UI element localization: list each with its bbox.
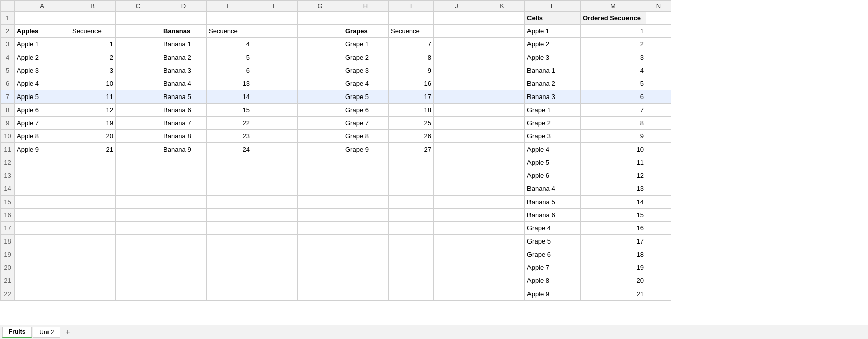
cell[interactable]: 21 (70, 143, 116, 156)
cell[interactable]: Grape 1 (525, 104, 581, 117)
cell[interactable] (646, 77, 671, 90)
cell[interactable] (298, 130, 343, 143)
cell[interactable]: Banana 1 (161, 38, 207, 51)
col-header-I[interactable]: I (389, 1, 434, 12)
cell[interactable]: Apple 8 (525, 274, 581, 287)
cell[interactable]: Grape 6 (525, 248, 581, 261)
cell[interactable] (116, 182, 161, 196)
col-header-H[interactable]: H (343, 1, 389, 12)
col-header-L[interactable]: L (525, 1, 581, 12)
cell[interactable] (298, 261, 343, 274)
cell[interactable] (298, 90, 343, 104)
cell[interactable]: Grape 1 (343, 38, 389, 51)
cell[interactable]: Banana 6 (161, 104, 207, 117)
cell[interactable]: Apple 6 (525, 169, 581, 182)
cell[interactable]: Grape 5 (343, 90, 389, 104)
cell[interactable] (434, 90, 479, 104)
cell[interactable]: 2 (581, 38, 646, 51)
cell[interactable] (116, 235, 161, 248)
cell[interactable] (479, 169, 525, 182)
cell[interactable] (116, 261, 161, 274)
cell[interactable] (646, 209, 671, 222)
cell[interactable]: 25 (389, 117, 434, 130)
cell[interactable] (207, 156, 252, 169)
cell[interactable] (646, 64, 671, 77)
cell[interactable] (646, 25, 671, 38)
cell[interactable] (389, 248, 434, 261)
cell[interactable]: 17 (581, 235, 646, 248)
cell[interactable]: Apple 1 (525, 25, 581, 38)
cell[interactable]: Grape 6 (343, 104, 389, 117)
cell[interactable] (646, 90, 671, 104)
cell[interactable]: 14 (581, 196, 646, 209)
cell[interactable] (116, 90, 161, 104)
cell[interactable] (389, 274, 434, 287)
cell[interactable]: Grape 8 (343, 130, 389, 143)
cell[interactable] (298, 51, 343, 64)
cell[interactable] (479, 222, 525, 235)
row-header[interactable]: 9 (1, 117, 15, 130)
cell[interactable] (252, 38, 298, 51)
cell[interactable] (116, 209, 161, 222)
cell[interactable] (479, 182, 525, 196)
row-header[interactable]: 13 (1, 169, 15, 182)
cell[interactable]: Bananas (161, 25, 207, 38)
cell[interactable] (298, 287, 343, 301)
cell[interactable]: Apple 3 (15, 64, 70, 77)
row-header[interactable]: 10 (1, 130, 15, 143)
cell[interactable]: 2 (70, 51, 116, 64)
cell[interactable]: Grape 7 (343, 117, 389, 130)
cell[interactable] (161, 182, 207, 196)
cell[interactable] (116, 117, 161, 130)
cell[interactable] (252, 248, 298, 261)
cell[interactable] (646, 130, 671, 143)
cell[interactable]: 7 (389, 38, 434, 51)
cell[interactable]: Cells (525, 12, 581, 25)
cell[interactable] (434, 209, 479, 222)
cell[interactable]: 27 (389, 143, 434, 156)
cell[interactable] (298, 274, 343, 287)
col-header-B[interactable]: B (70, 1, 116, 12)
cell[interactable]: Apple 4 (525, 143, 581, 156)
cell[interactable] (161, 169, 207, 182)
cell[interactable] (252, 196, 298, 209)
cell[interactable]: 3 (581, 51, 646, 64)
cell[interactable] (646, 104, 671, 117)
cell[interactable] (15, 182, 70, 196)
cell[interactable] (116, 248, 161, 261)
row-header[interactable]: 20 (1, 261, 15, 274)
cell[interactable] (646, 156, 671, 169)
cell[interactable] (207, 287, 252, 301)
cell[interactable] (434, 77, 479, 90)
cell[interactable]: Grape 3 (343, 64, 389, 77)
cell[interactable] (479, 117, 525, 130)
tab-add-button[interactable]: + (61, 328, 74, 337)
cell[interactable]: Apple 6 (15, 104, 70, 117)
cell[interactable] (252, 287, 298, 301)
col-header-E[interactable]: E (207, 1, 252, 12)
col-header-D[interactable]: D (161, 1, 207, 12)
row-header[interactable]: 4 (1, 51, 15, 64)
cell[interactable] (389, 196, 434, 209)
cell[interactable] (15, 235, 70, 248)
row-header[interactable]: 17 (1, 222, 15, 235)
cell[interactable] (116, 51, 161, 64)
cell[interactable] (298, 38, 343, 51)
cell[interactable] (434, 196, 479, 209)
cell[interactable]: Apple 9 (15, 143, 70, 156)
cell[interactable] (70, 248, 116, 261)
cell[interactable] (646, 169, 671, 182)
cell[interactable] (252, 274, 298, 287)
cell[interactable] (389, 209, 434, 222)
cell[interactable]: Apple 5 (525, 156, 581, 169)
cell[interactable] (298, 209, 343, 222)
cell[interactable] (70, 222, 116, 235)
tab-fruits[interactable]: Fruits (2, 327, 32, 338)
cell[interactable] (207, 12, 252, 25)
cell[interactable] (116, 130, 161, 143)
cell[interactable]: Apple 4 (15, 77, 70, 90)
row-header[interactable]: 8 (1, 104, 15, 117)
cell[interactable]: 14 (207, 90, 252, 104)
cell[interactable] (161, 287, 207, 301)
cell[interactable] (479, 38, 525, 51)
